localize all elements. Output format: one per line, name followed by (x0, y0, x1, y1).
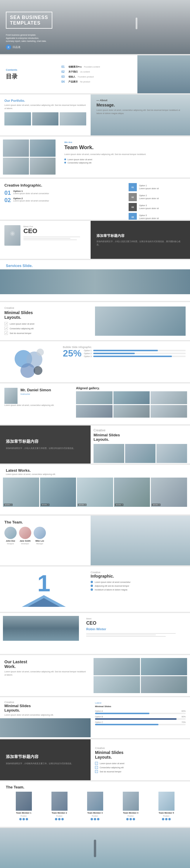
bar-item-3: Option C 70% (95, 721, 186, 725)
work-label-1: WORK 1 (4, 504, 12, 506)
about-text: Lorem ipsum dolor sit amet, consectetur … (96, 109, 184, 115)
member-photo-1 (4, 527, 17, 539)
m2-photo-3 (87, 792, 103, 811)
team-images (0, 136, 59, 178)
portfolio-desc: Lorem ipsum dolor sit amet, consectetur … (4, 104, 86, 110)
m2-dot-3b (94, 818, 96, 820)
member-name-2: Jane Smith (20, 540, 30, 542)
slide-ocean (0, 828, 190, 868)
contents-photo (137, 55, 190, 93)
works-grid: WORK 1 WORK 2 WORK 3 WORK 4 WORK 5 (0, 477, 190, 510)
bar-label-3: Option C 70% (95, 721, 186, 723)
m2-dots-5 (162, 818, 171, 820)
meet-ceo-title: CEO (86, 621, 186, 626)
ceo-line-2 (23, 238, 70, 239)
bar-list: Option A 60% Option B 90% Option C (95, 710, 186, 725)
slide-services: Services Slide. (0, 260, 190, 301)
slide-chapter-dark: 添加章节标题内容 添加内容说明文字，介绍人员及主要工作职责。以简洁专业的方式呈现… (0, 426, 190, 464)
cover-title-line2: TEMPLATES (10, 20, 48, 26)
m2-3: Team Member 3 Position (87, 792, 103, 820)
cms-title: Creative (4, 307, 86, 309)
team-members: John Doe Designer Jane Smith Developer M… (4, 527, 86, 545)
ch-cn: 添加章节标题内容 (6, 754, 85, 760)
latest-work-left: Our LastestWork. Lorem ipsum dolor sit a… (0, 655, 91, 696)
cms-item-1: ✓ Lorem ipsum dolor sit amet (4, 322, 86, 326)
team-img-4 (30, 158, 56, 175)
meet-line-3 (86, 636, 166, 637)
bar-fill-1 (93, 350, 158, 351)
m2-photo-5 (158, 792, 175, 811)
rimg-2 (141, 658, 187, 675)
latest-works-desc: Lorem ipsum dolor sit amet, consectetur … (6, 473, 184, 475)
contents-cn: 目录 (6, 72, 53, 81)
cms3-main: Minimal SlidesLayouts. (95, 750, 186, 760)
chapter-dark-right: 添加章节标题内容 添加内容说明文字，介绍人员及主要工作职责。以简洁专业的方式呈现… (91, 221, 190, 259)
bar-fill2-1 (95, 713, 149, 714)
work-label-4: WORK 4 (115, 504, 124, 506)
opt-text-3: Option 3Lorem ipsum dolor sit (139, 204, 159, 210)
cms-left: Creative Minimal SlidesLayouts. ✓ Lorem … (0, 302, 91, 340)
chapter-right-main: Minimal SlidesLayouts. (94, 433, 187, 442)
contents-item-2: 02 关于我们 Us content (61, 70, 134, 73)
inf-left: Creative Infographic. 01 Option 1 Lorem … (0, 179, 126, 220)
opt-box-3: 03 (129, 203, 137, 211)
slide-team: We Are Team Work. Lorem ipsum dolor sit … (0, 136, 190, 178)
check-icon-2: ✓ (4, 327, 8, 330)
team-right-image (91, 516, 190, 565)
rimg-1 (94, 658, 140, 675)
contents-item-3: 03 创始人 Founders product (61, 75, 134, 79)
meet-ceo-left (0, 613, 82, 654)
gallery-img-5 (114, 405, 150, 418)
opt-item-3: 03 Option 3Lorem ipsum dolor sit (129, 203, 187, 211)
m2-dot-1b (23, 818, 25, 820)
ceo-left: Meet Our CEO (0, 221, 91, 259)
m2-dot-1a (19, 818, 22, 820)
checklist: ✓ Lorem ipsum dolor sit amet ✓ Consectet… (95, 762, 186, 773)
m2-role-2: Position (56, 815, 62, 817)
bar-item-2: Option B 90% (95, 716, 186, 720)
cms-item-3: ✓ Sed do eiusmod tempor (4, 331, 86, 335)
team-img-1 (3, 140, 29, 157)
m2-4: Team Member 4 Position (123, 792, 139, 820)
inf-item-2: 02 Option 2 Lorem ipsum dolor sit amet c… (4, 197, 121, 203)
g2img-3 (156, 444, 187, 463)
m2-dot-2c (61, 818, 64, 820)
chapter-right-title: Creative (94, 429, 187, 432)
team-feature-2: Consectetur adipiscing elit (64, 162, 184, 164)
m2-dot-4b (129, 818, 132, 820)
opt-text-2: Option 2Lorem ipsum dolor sit (139, 194, 159, 200)
work-label-3: WORK 3 (78, 504, 87, 506)
m2-role-4: Position (127, 815, 134, 817)
daniel-left: Mr. Daniel Simon Instructor Lorem ipsum … (0, 383, 73, 424)
bar-label-1: Option A 60% (95, 710, 186, 712)
member-photo-3 (34, 527, 46, 539)
opt-item-2: 02 Option 2Lorem ipsum dolor sit (129, 193, 187, 201)
slide-cms-bars: Creative Minimal SlidesLayouts. Lorem ip… (0, 697, 190, 738)
olw-title: Our LastestWork. (4, 659, 86, 669)
gallery-img-4 (76, 405, 113, 418)
bar-item-1: Option A 60% (95, 710, 186, 714)
bar-bg2-1 (95, 713, 186, 714)
slide-big-num: 1 Creative Infographic. Lorem ipsum dolo… (0, 566, 190, 612)
cms-bars-top: Creative Minimal SlidesLayouts. Lorem ip… (0, 697, 91, 718)
inf-item-1: 01 Option 1 Lorem ipsum dolor sit amet c… (4, 190, 121, 196)
latest-label: Latest (95, 702, 186, 704)
member-1: John Doe Designer (4, 527, 17, 545)
team-info: We Are Team Work. Lorem ipsum dolor sit … (59, 136, 190, 178)
logo-icon: 龙 (6, 44, 11, 50)
portfolio-left: Our Portfolio. Lorem ipsum dolor sit ame… (0, 94, 91, 135)
about-box: — About Message. Lorem ipsum dolor sit a… (96, 99, 184, 115)
gallery-img-3 (151, 391, 187, 404)
slide-team-portraits: The Team. Team Member 1 Position Team Me… (0, 781, 190, 827)
team-portraits-top: The Team. (0, 781, 190, 792)
m2-name-5: Team Member 5 (159, 812, 174, 814)
we-are-label: We Are (64, 141, 184, 144)
opt-item-5: 05 Option 5Lorem ipsum dolor sit (129, 213, 187, 220)
bar-bg-2 (93, 353, 186, 354)
member-photo-2 (19, 527, 31, 539)
about-label: — About (96, 99, 184, 102)
cms-bars-image (0, 718, 91, 737)
m2-5: Team Member 5 Position (158, 792, 175, 820)
inf-right: 01 Option 1Lorem ipsum dolor sit 02 Opti… (126, 179, 190, 220)
portfolio-title: Our Portfolio. (4, 99, 86, 102)
